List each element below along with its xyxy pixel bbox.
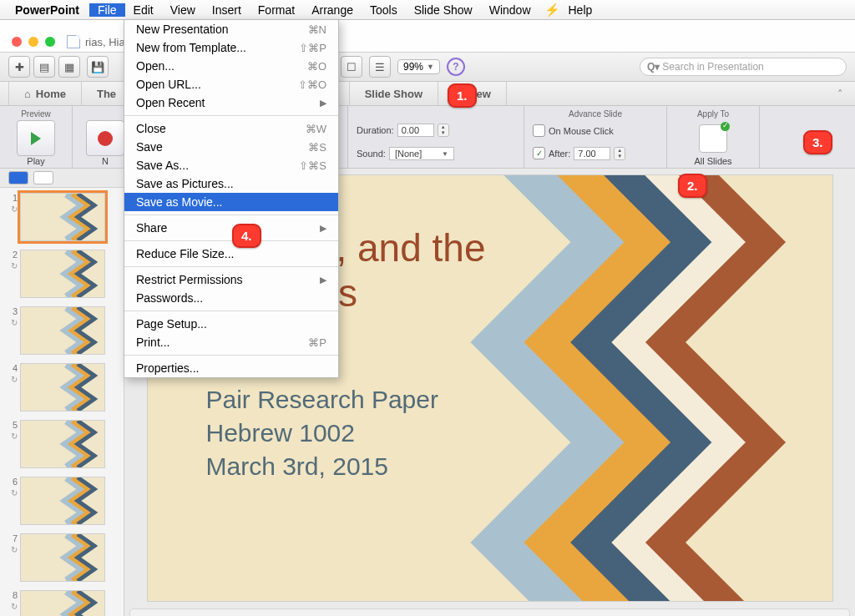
horizontal-scrollbar[interactable] bbox=[129, 608, 850, 616]
thumb-row: 1↻ bbox=[3, 193, 120, 241]
slide-thumbnail[interactable] bbox=[20, 193, 105, 241]
menu-item-label: Reduce File Size... bbox=[136, 247, 235, 260]
submenu-arrow-icon: ▶ bbox=[320, 275, 326, 285]
thumb-row: 8↻ bbox=[3, 590, 120, 616]
file-menu-save-as[interactable]: Save As...⇧⌘S bbox=[124, 156, 338, 174]
open-icon[interactable]: ▤ bbox=[33, 56, 55, 78]
presentation-search[interactable]: Q▾ Search in Presentation bbox=[640, 58, 847, 76]
thumb-number: 8 bbox=[4, 590, 20, 600]
submenu-arrow-icon: ▶ bbox=[320, 223, 326, 234]
slide-thumbnail[interactable] bbox=[20, 477, 105, 525]
slide-thumbnail[interactable] bbox=[20, 590, 105, 616]
ribbon-tab-label: Slide Show bbox=[365, 88, 422, 100]
slide-thumbnail[interactable] bbox=[20, 420, 105, 468]
layout-icon[interactable]: ▦ bbox=[58, 56, 80, 78]
apply-all-slides-button[interactable] bbox=[699, 124, 727, 153]
thumb-number: 4 bbox=[4, 363, 20, 373]
zoom-dropdown[interactable]: 99% ▼ bbox=[397, 59, 440, 74]
zoom-window-button[interactable] bbox=[45, 37, 55, 47]
thumb-number: 6 bbox=[4, 477, 20, 487]
new-slide-icon[interactable]: ✚ bbox=[8, 56, 30, 78]
charger-icon[interactable]: ⚡ bbox=[544, 3, 560, 18]
slide-line-3[interactable]: March 3rd, 2015 bbox=[206, 452, 388, 481]
menu-tools[interactable]: Tools bbox=[362, 3, 406, 17]
file-menu-print[interactable]: Print...⌘P bbox=[124, 333, 338, 351]
movie-icon[interactable]: ☰ bbox=[369, 56, 391, 78]
transition-indicator-icon: ↻ bbox=[4, 204, 20, 214]
ribbon-tab-home[interactable]: ⌂Home bbox=[8, 82, 82, 105]
sound-dropdown[interactable]: [None] ▼ bbox=[389, 147, 454, 160]
after-stepper[interactable]: ▲▼ bbox=[614, 147, 625, 160]
menu-separator bbox=[124, 266, 338, 267]
file-menu-save-as-pictures[interactable]: Save as Pictures... bbox=[124, 174, 338, 193]
slide-thumbnail[interactable] bbox=[20, 533, 105, 582]
transition-indicator-icon: ↻ bbox=[4, 488, 20, 497]
minimize-window-button[interactable] bbox=[28, 37, 38, 47]
thumb-row: 7↻ bbox=[3, 533, 120, 582]
menu-item-shortcut: ⇧⌘P bbox=[299, 42, 326, 54]
close-window-button[interactable] bbox=[12, 37, 22, 47]
slide-thumbnail[interactable] bbox=[20, 363, 105, 412]
menu-format[interactable]: Format bbox=[250, 3, 303, 17]
play-icon bbox=[31, 132, 41, 145]
normal-view-button[interactable] bbox=[8, 171, 28, 184]
ribbon-collapse-button[interactable]: ˄ bbox=[826, 82, 855, 105]
after-checkbox[interactable] bbox=[533, 147, 545, 159]
menu-slide-show[interactable]: Slide Show bbox=[406, 3, 481, 17]
menu-insert[interactable]: Insert bbox=[204, 3, 250, 17]
file-menu-page-setup[interactable]: Page Setup... bbox=[124, 315, 338, 333]
help-icon[interactable]: ? bbox=[447, 58, 465, 76]
callout-step-4: 4. bbox=[232, 224, 261, 248]
callout-step-3: 3. bbox=[803, 130, 832, 154]
slide-line-2[interactable]: Hebrew 1002 bbox=[206, 419, 355, 447]
menu-item-label: Restrict Permissions bbox=[136, 273, 243, 286]
file-menu-share[interactable]: Share▶ bbox=[124, 219, 338, 237]
on-mouse-click-checkbox[interactable] bbox=[533, 124, 545, 137]
menu-help[interactable]: Help bbox=[560, 0, 601, 19]
app-name[interactable]: PowerPoint bbox=[15, 3, 79, 17]
file-menu-new-from-template[interactable]: New from Template...⇧⌘P bbox=[124, 38, 338, 57]
file-menu-open-url[interactable]: Open URL...⇧⌘O bbox=[124, 75, 338, 93]
file-menu-save[interactable]: Save⌘S bbox=[124, 138, 338, 156]
submenu-arrow-icon: ▶ bbox=[320, 98, 326, 109]
callout-step-2: 2. bbox=[678, 174, 707, 198]
save-icon[interactable]: 💾 bbox=[87, 56, 109, 78]
after-label: After: bbox=[549, 149, 570, 159]
zoom-value: 99% bbox=[403, 61, 423, 73]
after-field[interactable]: 7.00 bbox=[574, 147, 610, 160]
file-menu-reduce-file-size[interactable]: Reduce File Size... bbox=[124, 245, 338, 263]
slide-thumbnail[interactable] bbox=[20, 250, 105, 298]
preview-play-button[interactable] bbox=[17, 120, 55, 156]
menu-window[interactable]: Window bbox=[481, 3, 539, 17]
thumb-number: 5 bbox=[4, 420, 20, 430]
duration-stepper[interactable]: ▲▼ bbox=[438, 124, 449, 137]
menu-item-shortcut: ⌘S bbox=[308, 141, 326, 154]
menu-edit[interactable]: Edit bbox=[125, 3, 162, 17]
file-menu-passwords[interactable]: Passwords... bbox=[124, 289, 338, 307]
menu-item-shortcut: ⌘P bbox=[308, 336, 326, 349]
slide-thumbnails-pane: 1↻2↻3↻4↻5↻6↻7↻8↻9↻ bbox=[0, 169, 124, 616]
file-menu-close[interactable]: Close⌘W bbox=[124, 119, 338, 138]
file-menu-restrict-permissions[interactable]: Restrict Permissions▶ bbox=[124, 270, 338, 289]
file-menu-new-presentation[interactable]: New Presentation⌘N bbox=[124, 20, 338, 38]
transition-indicator-icon: ↻ bbox=[4, 602, 20, 611]
ribbon-tab-slide-show[interactable]: Slide Show bbox=[350, 82, 438, 105]
on-mouse-click-label: On Mouse Click bbox=[549, 126, 614, 136]
thumb-number: 7 bbox=[4, 533, 20, 543]
menu-file[interactable]: File bbox=[89, 3, 125, 17]
outline-view-button[interactable] bbox=[33, 171, 53, 184]
file-menu-save-as-movie[interactable]: Save as Movie... bbox=[124, 193, 338, 211]
file-menu-open-recent[interactable]: Open Recent▶ bbox=[124, 93, 338, 112]
menu-item-label: New Presentation bbox=[136, 23, 229, 36]
transition-indicator-icon: ↻ bbox=[4, 432, 20, 441]
file-menu-properties[interactable]: Properties... bbox=[124, 359, 338, 377]
file-menu-open[interactable]: Open...⌘O bbox=[124, 57, 338, 75]
menu-arrange[interactable]: Arrange bbox=[303, 3, 362, 17]
media-icon[interactable]: ☐ bbox=[341, 56, 362, 78]
duration-field[interactable]: 0.00 bbox=[397, 124, 434, 137]
slide-thumbnail[interactable] bbox=[20, 306, 105, 355]
record-button[interactable] bbox=[86, 120, 124, 156]
slide-line-1[interactable]: Pair Research Paper bbox=[206, 386, 438, 414]
apply-all-slides-label: All Slides bbox=[694, 156, 731, 166]
menu-view[interactable]: View bbox=[162, 3, 204, 17]
